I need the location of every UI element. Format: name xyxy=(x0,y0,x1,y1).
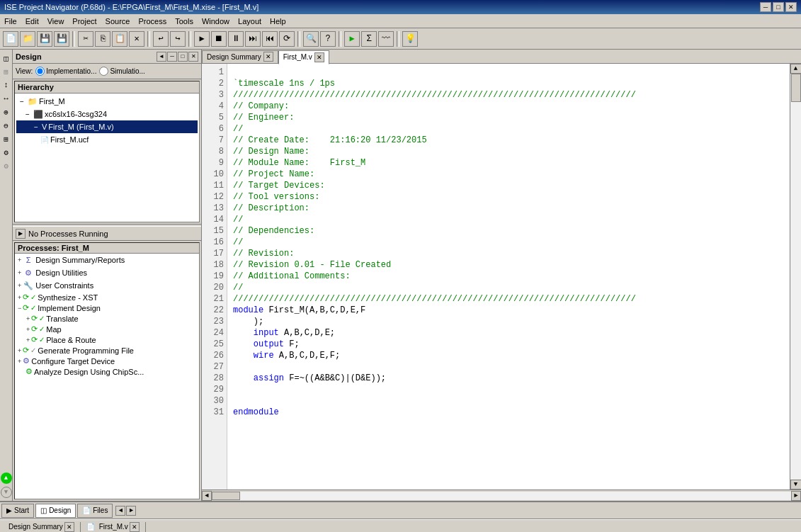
expand-place-route[interactable]: + xyxy=(26,336,30,344)
process-implement[interactable]: − ⟳ ✓ Implement Design xyxy=(15,302,199,313)
icon-zoom[interactable]: ⊕ xyxy=(1,106,12,118)
process-synthesize[interactable]: + ⟳ ✓ Synthesize - XST xyxy=(15,292,199,302)
tab-design-summary[interactable]: Design Summary ✕ xyxy=(202,50,278,63)
icon-hierarchy[interactable]: ⊞ xyxy=(1,66,12,77)
toolbar-light[interactable]: 💡 xyxy=(402,31,418,47)
tab-start[interactable]: ▶ Start xyxy=(1,504,34,518)
close-first-m-v-tab[interactable]: ✕ xyxy=(314,52,324,62)
menu-layout[interactable]: Layout xyxy=(234,16,266,27)
maximize-button[interactable]: □ xyxy=(773,2,784,12)
menu-view[interactable]: View xyxy=(43,16,69,27)
close-design-summary-tab[interactable]: ✕ xyxy=(263,52,273,62)
tree-item-chip[interactable]: − ⬛ xc6slx16-3csg324 xyxy=(16,108,198,120)
process-place-route[interactable]: + ⟳ ✓ Place & Route xyxy=(15,334,199,345)
process-analyze[interactable]: ⚙ Analyze Design Using ChipSc... xyxy=(15,366,199,377)
view-implementation[interactable]: Implementatio... xyxy=(35,67,96,76)
scroll-right-arrow[interactable]: ► xyxy=(791,491,801,501)
menu-window[interactable]: Window xyxy=(198,16,234,27)
toolbar-btn5[interactable]: ⏮ xyxy=(262,31,278,47)
icon-arrow-h[interactable]: ↕ xyxy=(1,79,12,91)
tab-design[interactable]: ◫ Design xyxy=(35,504,76,518)
icon-zoom2[interactable]: ⊖ xyxy=(1,120,12,131)
toolbar-delete[interactable]: ✕ xyxy=(129,31,144,47)
toolbar-btn6[interactable]: ⟳ xyxy=(279,31,295,47)
process-design-utilities[interactable]: + ⚙ Design Utilities xyxy=(15,266,199,279)
toolbar-run[interactable]: ▶ xyxy=(344,31,360,47)
expand-icon-chip[interactable]: − xyxy=(22,108,33,120)
icon-design[interactable]: ◫ xyxy=(1,52,12,64)
toolbar-sigma[interactable]: Σ xyxy=(361,31,377,47)
toolbar-save[interactable]: 💾 xyxy=(37,31,52,47)
expand-constraints[interactable]: + xyxy=(18,282,21,289)
expand-icon-v[interactable]: − xyxy=(30,121,42,132)
process-configure[interactable]: + ⚙ Configure Target Device xyxy=(15,356,199,366)
panel-left-arrow[interactable]: ◄ xyxy=(157,52,166,62)
icon-scroll-down[interactable]: ▼ xyxy=(1,487,12,498)
expand-translate[interactable]: + xyxy=(26,315,30,322)
expand-implement[interactable]: − xyxy=(18,305,21,312)
toolbar-open[interactable]: 📁 xyxy=(20,31,35,47)
title-bar-buttons[interactable]: ─ □ ✕ xyxy=(760,2,797,12)
menu-help[interactable]: Help xyxy=(266,16,290,27)
toolbar-btn2[interactable]: ⏹ xyxy=(211,31,227,47)
icon-scroll-up[interactable]: ▲ xyxy=(1,472,12,484)
expand-summary[interactable]: + xyxy=(18,256,21,264)
menu-edit[interactable]: Edit xyxy=(21,16,43,27)
toolbar-new[interactable]: 📄 xyxy=(3,31,18,47)
menu-project[interactable]: Project xyxy=(68,16,101,27)
menu-process[interactable]: Process xyxy=(134,16,171,27)
close-button[interactable]: ✕ xyxy=(785,2,797,12)
expand-synthesize[interactable]: + xyxy=(18,294,21,301)
tree-item-first-m[interactable]: − 📁 First_M xyxy=(16,95,198,108)
tab-nav-left[interactable]: ◄ xyxy=(115,506,125,516)
toolbar-btn3[interactable]: ⏸ xyxy=(228,31,244,47)
close-design-summary-status[interactable]: ✕ xyxy=(64,522,74,532)
process-user-constraints[interactable]: + 🔧 User Constraints xyxy=(15,279,199,292)
icon-select[interactable]: ⊞ xyxy=(1,133,12,145)
toolbar-btn4[interactable]: ⏭ xyxy=(245,31,261,47)
toolbar-redo[interactable]: ↪ xyxy=(170,31,186,47)
toolbar-search[interactable]: 🔍 xyxy=(303,31,319,47)
process-generate[interactable]: + ⟳ ✓ Generate Programming File xyxy=(15,345,199,356)
menu-file[interactable]: File xyxy=(0,16,21,27)
menu-tools[interactable]: Tools xyxy=(171,16,198,27)
toolbar-help[interactable]: ? xyxy=(320,31,336,47)
scroll-down-arrow[interactable]: ▼ xyxy=(790,480,802,489)
scroll-track[interactable] xyxy=(790,74,801,480)
hscroll-thumb[interactable] xyxy=(212,492,240,500)
expand-utilities[interactable]: + xyxy=(18,269,21,276)
toolbar-wave[interactable]: 〰 xyxy=(378,31,394,47)
close-file-status[interactable]: ✕ xyxy=(130,522,140,532)
toolbar-save2[interactable]: 💾 xyxy=(54,31,69,47)
process-translate[interactable]: + ⟳ ✓ Translate xyxy=(15,313,199,324)
toolbar-undo[interactable]: ↩ xyxy=(153,31,169,47)
scroll-left-arrow[interactable]: ◄ xyxy=(202,491,212,501)
toolbar-paste[interactable]: 📋 xyxy=(112,31,127,47)
expand-generate[interactable]: + xyxy=(18,347,21,354)
panel-minimize[interactable]: ─ xyxy=(167,52,177,62)
horizontal-scrollbar[interactable]: ◄ ► xyxy=(202,489,801,501)
hscroll-track[interactable] xyxy=(240,492,791,500)
minimize-button[interactable]: ─ xyxy=(760,2,771,12)
toolbar-cut[interactable]: ✂ xyxy=(78,31,93,47)
right-scrollbar[interactable]: ▲ ▼ xyxy=(790,64,801,489)
view-simulation[interactable]: Simulatio... xyxy=(99,67,144,76)
icon-tools[interactable]: ⚙ xyxy=(1,147,12,158)
toolbar-copy[interactable]: ⎘ xyxy=(95,31,110,47)
icon-tools2[interactable]: ⚙ xyxy=(1,160,12,171)
tab-first-m-v[interactable]: First_M.v ✕ xyxy=(278,50,329,64)
expand-map[interactable]: + xyxy=(26,326,30,333)
icon-arrow-v[interactable]: ↔ xyxy=(1,93,12,104)
expand-configure[interactable]: + xyxy=(18,358,21,365)
process-map[interactable]: + ⟳ ✓ Map xyxy=(15,324,199,334)
panel-maximize[interactable]: □ xyxy=(178,52,188,62)
expand-icon-first-m[interactable]: − xyxy=(16,96,28,107)
scroll-thumb[interactable] xyxy=(791,74,801,102)
tree-item-ucf[interactable]: 📄 First_M.ucf xyxy=(16,133,198,146)
tree-item-first-m-v[interactable]: − V First_M (First_M.v) xyxy=(16,120,198,133)
process-design-summary[interactable]: + Σ Design Summary/Reports xyxy=(15,254,199,266)
process-play-button[interactable]: ▶ xyxy=(16,229,25,239)
menu-source[interactable]: Source xyxy=(101,16,135,27)
scroll-up-arrow[interactable]: ▲ xyxy=(790,64,802,74)
tab-files[interactable]: 📄 Files xyxy=(77,504,113,518)
